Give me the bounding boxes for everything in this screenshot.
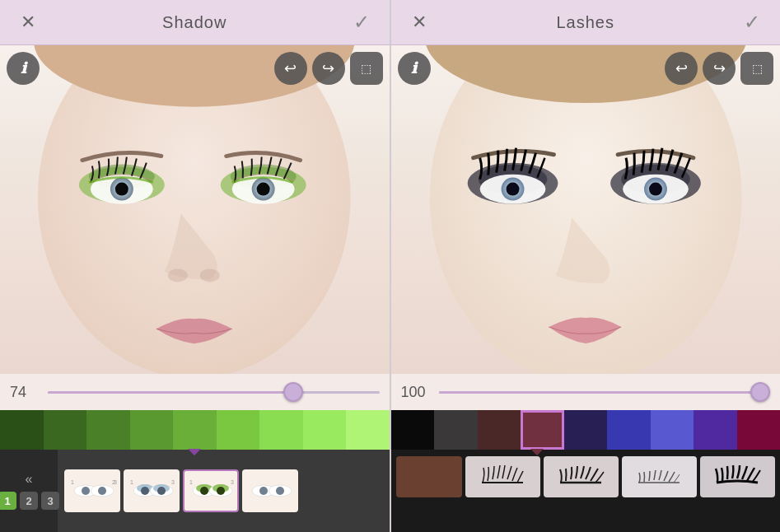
svg-point-26	[157, 487, 166, 495]
svg-point-49	[506, 183, 519, 196]
lashes-redo-button[interactable]: ↪	[703, 52, 736, 85]
lash-color-4[interactable]	[564, 410, 608, 450]
shadow-title: Shadow	[162, 13, 227, 32]
svg-text:1: 1	[130, 479, 133, 485]
color-swatch-3[interactable]	[130, 410, 174, 450]
shadow-header: ✕ Shadow ✓	[0, 0, 390, 45]
shadow-color-palette	[0, 410, 390, 450]
color-swatch-8[interactable]	[346, 410, 390, 450]
lash-color-6[interactable]	[651, 410, 694, 450]
shadow-slider-thumb[interactable]	[283, 382, 303, 402]
svg-point-8	[115, 183, 128, 196]
shadow-face-svg	[0, 45, 390, 374]
lashes-slider-track[interactable]	[439, 391, 771, 394]
shadow-style-3[interactable]	[242, 469, 298, 512]
badge-3[interactable]: 3	[41, 492, 59, 510]
shadow-slider-value: 74	[10, 384, 40, 401]
lashes-face-area: ℹ ↩ ↪ ⬚	[391, 45, 781, 374]
lash-color-1[interactable]	[434, 410, 478, 450]
lash-style-1[interactable]	[465, 456, 540, 497]
shadow-slider-area: 74	[0, 374, 390, 410]
shadow-cancel-button[interactable]: ✕	[13, 7, 43, 37]
shadow-bottom-panel: « 1 2 3 1 2 3	[0, 450, 390, 532]
lashes-bottom-panel	[391, 450, 781, 532]
shadow-bottom-tabs: « 1 2 3 1 2 3	[0, 450, 390, 532]
svg-text:3: 3	[114, 479, 117, 485]
lash-color-2[interactable]	[478, 410, 521, 450]
svg-point-15	[82, 487, 90, 495]
lashes-undo-icon: ↩	[675, 59, 688, 77]
redo-button[interactable]: ↪	[312, 52, 345, 85]
svg-text:1: 1	[189, 479, 193, 485]
lashes-info-icon: ℹ	[411, 59, 417, 77]
color-swatch-7[interactable]	[303, 410, 347, 450]
color-swatch-5[interactable]	[217, 410, 260, 450]
shadow-style-0[interactable]: 1 2 3	[64, 469, 120, 512]
shadow-chevrons: «	[26, 472, 33, 487]
lashes-color-palette	[391, 410, 781, 450]
svg-text:3: 3	[171, 479, 175, 485]
lashes-header: ✕ Lashes ✓	[391, 0, 781, 45]
shadow-face-area: ℹ ↩ ↪ ⬚	[0, 45, 390, 374]
svg-point-40	[276, 487, 284, 495]
shadow-panel: ✕ Shadow ✓	[0, 0, 390, 532]
lashes-tool-group: ↩ ↪ ⬚	[665, 52, 773, 85]
svg-text:3: 3	[231, 479, 234, 485]
lash-style-4[interactable]	[700, 456, 775, 497]
badge-1[interactable]: 1	[0, 492, 16, 510]
double-chevron-icon: «	[26, 472, 33, 487]
lashes-slider-value: 100	[401, 384, 431, 401]
lashes-face-svg	[391, 45, 781, 374]
color-swatch-0[interactable]	[0, 410, 44, 450]
color-swatch-2[interactable]	[86, 410, 130, 450]
lashes-toolbar: ℹ ↩ ↪ ⬚	[398, 52, 774, 85]
shadow-confirm-button[interactable]: ✓	[347, 7, 376, 37]
svg-point-17	[98, 487, 106, 495]
info-icon: ℹ	[21, 59, 26, 77]
lash-style-3[interactable]	[622, 456, 697, 497]
lashes-flip-icon: ⬚	[752, 62, 763, 75]
shadow-style-thumbnails: 1 2 3 1 3	[58, 463, 305, 519]
color-swatch-4[interactable]	[173, 410, 217, 450]
color-swatch-6[interactable]	[259, 410, 303, 450]
lashes-slider-thumb[interactable]	[750, 382, 770, 402]
shadow-slider-fill	[48, 391, 293, 394]
lashes-redo-icon: ↪	[713, 59, 726, 77]
lash-color-0[interactable]	[391, 410, 435, 450]
undo-icon: ↩	[284, 59, 297, 77]
lashes-panel: ✕ Lashes ✓	[390, 0, 781, 532]
info-button[interactable]: ℹ	[7, 52, 40, 85]
shadow-slider-track[interactable]	[48, 391, 380, 394]
shadow-toolbar: ℹ ↩ ↪ ⬚	[7, 52, 383, 85]
lashes-slider-area: 100	[391, 374, 781, 410]
svg-point-34	[217, 487, 225, 495]
lash-color-5[interactable]	[607, 410, 651, 450]
lashes-confirm-button[interactable]: ✓	[737, 7, 767, 37]
svg-point-12	[168, 268, 188, 282]
undo-button[interactable]: ↩	[274, 52, 307, 85]
lashes-slider-fill	[439, 391, 771, 394]
redo-icon: ↪	[322, 59, 334, 77]
lashes-title: Lashes	[557, 13, 615, 32]
badge-2[interactable]: 2	[20, 492, 38, 510]
lashes-info-button[interactable]: ℹ	[398, 52, 431, 85]
svg-point-13	[200, 268, 220, 282]
flip-button[interactable]: ⬚	[350, 52, 383, 85]
flip-icon: ⬚	[361, 62, 371, 75]
shadow-tool-group: ↩ ↪ ⬚	[274, 52, 383, 85]
shadow-style-2[interactable]: 1 3	[183, 469, 239, 512]
shadow-style-1[interactable]: 1 3	[124, 469, 180, 512]
lash-color-3[interactable]	[521, 410, 564, 450]
lash-color-7[interactable]	[694, 410, 737, 450]
svg-point-31	[200, 487, 208, 495]
svg-point-52	[649, 183, 662, 196]
lashes-undo-button[interactable]: ↩	[665, 52, 698, 85]
lashes-cancel-button[interactable]: ✕	[404, 7, 434, 37]
lash-color-8[interactable]	[737, 410, 781, 450]
lashes-flip-button[interactable]: ⬚	[740, 52, 773, 85]
lash-style-0[interactable]	[396, 456, 462, 497]
color-swatch-1[interactable]	[44, 410, 87, 450]
palette-arrow	[188, 449, 201, 455]
lash-style-2[interactable]	[544, 456, 619, 497]
shadow-num-badges: 1 2 3	[0, 492, 59, 510]
